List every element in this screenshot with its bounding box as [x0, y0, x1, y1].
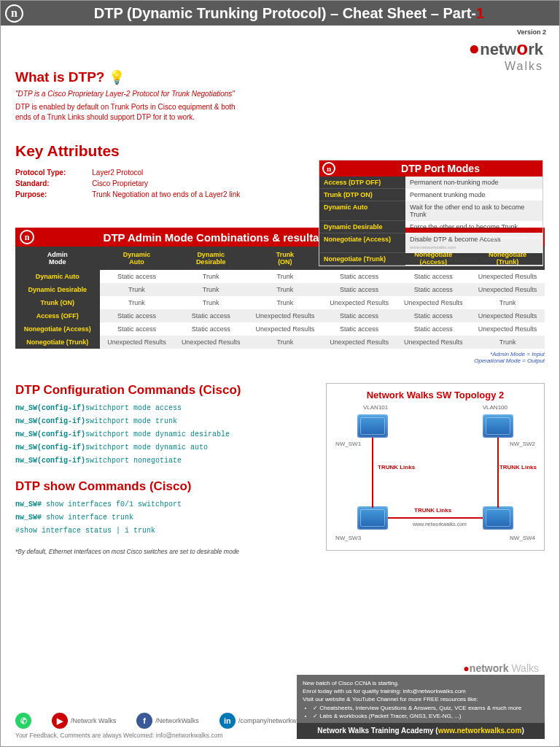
key-attributes-heading: Key Attributes [15, 142, 545, 160]
port-modes-panel: nDTP Port Modes Access (DTP OFF)Permanen… [319, 160, 543, 266]
topology-diagram: Network Walks SW Topology 2 VLAN101 VLAN… [326, 383, 545, 551]
config-commands-list: nw_SW(config-if)switchport mode accessnw… [15, 402, 313, 468]
whatsapp-link[interactable]: ✆ [15, 713, 31, 729]
switch-icon [357, 506, 388, 530]
brand-badge-icon: n [20, 230, 34, 244]
command-line: nw_SW(config-if)switchport mode access [15, 402, 313, 415]
port-mode-row: Trunk (DTP ON)Permanent trunking mode [319, 189, 542, 201]
header-bar: n DTP (Dynamic Trunking Protocol) – Chea… [1, 1, 559, 26]
command-line: nw_SW(config-if)switchport nonegotiate [15, 454, 313, 468]
combos-legend: *Admin Mode = InputOperational Mode = Ou… [15, 351, 545, 364]
command-line: #show interface status | i trunk [15, 525, 313, 538]
brand-badge-icon: n [322, 162, 335, 175]
linkedin-icon: in [219, 713, 236, 729]
command-line: nw_SW(config-if)switchport mode trunk [15, 415, 313, 428]
facebook-icon: f [136, 713, 152, 729]
port-mode-row: Dynamic AutoWait for the other end to as… [319, 201, 542, 221]
whatsapp-icon: ✆ [15, 713, 31, 729]
table-row: Access (OFF)Static accessStatic accessUn… [15, 309, 545, 322]
command-line: nw_SW(config-if)switchport mode dynamic … [15, 441, 313, 454]
brand-logo: ●network Walks [468, 37, 543, 73]
brand-badge-icon: n [5, 4, 23, 23]
switch-icon [357, 414, 388, 438]
switch-icon [483, 414, 513, 438]
version-label: Version 2 [517, 28, 546, 36]
what-is-heading: What is DTP? 💡 [15, 69, 545, 85]
promo-box: ●network Walks New batch of Cisco CCNA i… [297, 675, 545, 739]
linkedin-link[interactable]: in/company/networkwalks [219, 713, 308, 729]
port-mode-row: Access (DTP OFF)Permanent non-trunking m… [319, 177, 542, 189]
port-mode-row: Nonegotiate (Trunk)Disable DTP & become … [319, 253, 542, 266]
youtube-link[interactable]: ▶/Network Walks [52, 713, 116, 729]
command-line: nw_SW# show interfaces f0/1 switchport [15, 498, 313, 511]
facebook-link[interactable]: f/NetworkWalks [136, 713, 199, 729]
table-row: Nonegotiate (Trunk)Unexpected ResultsUne… [15, 336, 545, 349]
lightbulb-icon: 💡 [109, 70, 125, 85]
port-mode-row: Dynamic DesirableForce the other end to … [319, 221, 542, 233]
youtube-icon: ▶ [52, 713, 68, 729]
table-row: Dynamic AutoStatic accessTrunkTrunkStati… [15, 270, 545, 283]
command-line: nw_SW# show interface trunk [15, 511, 313, 525]
config-commands-heading: DTP Configuration Commands (Cisco) [15, 383, 313, 398]
table-row: Nonegotiate (Access)Static accessStatic … [15, 322, 545, 336]
show-commands-list: nw_SW# show interfaces f0/1 switchportnw… [15, 498, 313, 538]
default-mode-note: *By default, Ethernet Interfaces on most… [15, 548, 313, 555]
page-title: DTP (Dynamic Trunking Protocol) – Cheat … [23, 5, 555, 22]
show-commands-heading: DTP show Commands (Cisco) [15, 479, 313, 494]
switch-icon [483, 506, 513, 530]
what-is-description: DTP is enabled by default on Trunk Ports… [15, 102, 249, 122]
command-line: nw_SW(config-if)switchport mode dynamic … [15, 428, 313, 441]
table-row: Dynamic DesirableTrunkTrunkTrunkStatic a… [15, 283, 545, 296]
what-is-quote: "DTP is a Cisco Proprietary Layer-2 Prot… [15, 90, 545, 98]
table-row: Trunk (ON)TrunkTrunkTrunkUnexpected Resu… [15, 296, 545, 309]
